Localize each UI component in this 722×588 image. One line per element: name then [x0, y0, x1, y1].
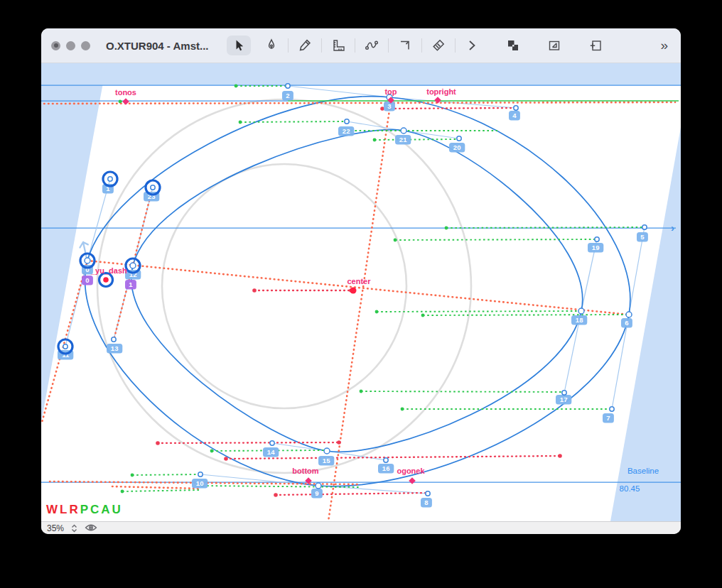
node-9[interactable] [316, 483, 321, 489]
node-badge-18-label: 18 [576, 316, 583, 324]
corner-ruler-icon [331, 38, 345, 53]
move-tool-button[interactable] [227, 36, 251, 55]
zoom-stepper[interactable] [71, 524, 77, 533]
node-7[interactable] [610, 407, 614, 411]
glyph-edit-canvas[interactable]: ›Baseline80.4501234567891011121314151617… [41, 63, 681, 521]
pen-nib-icon [264, 38, 279, 53]
glyph-canvas-svg[interactable]: ›Baseline80.4501234567891011121314151617… [41, 63, 681, 521]
measure-line-green-25 [122, 490, 201, 491]
anchor-label-ogonek: ogonek [397, 467, 425, 475]
background-outline-1 [162, 164, 406, 408]
contour-inner-path[interactable] [131, 130, 583, 452]
node-21[interactable] [401, 128, 406, 134]
node-20[interactable] [457, 136, 461, 141]
measure-line-green-19 [423, 315, 627, 315]
panel-preview-button[interactable] [542, 36, 566, 55]
corner-tool-button[interactable] [393, 36, 417, 55]
panel-tab-button[interactable] [583, 36, 608, 55]
anchor-label-_yu_dash: _yu_dash [90, 266, 127, 275]
node-2[interactable] [286, 84, 290, 88]
node-14[interactable] [270, 441, 274, 445]
contour-index-badge-1-label: 1 [129, 281, 133, 288]
node-badge-19-label: 19 [592, 244, 600, 251]
node-8[interactable] [426, 491, 430, 496]
app-window: O.XTUR904 - Amst... [41, 28, 681, 534]
node-18[interactable] [578, 308, 584, 314]
node-16[interactable] [384, 458, 388, 462]
anchor-tonos[interactable]: tonos [115, 88, 136, 105]
anchor-label-top: top [384, 87, 397, 96]
measure-dot [239, 121, 242, 124]
shapes-tool-button[interactable] [501, 36, 525, 55]
node-badge-21-label: 21 [399, 136, 407, 143]
anchor-label-center: center [347, 277, 371, 285]
measure-line-green-17 [395, 239, 596, 240]
node-10[interactable] [198, 472, 203, 477]
cursor-icon [232, 38, 246, 53]
knife-tool-button[interactable] [293, 36, 317, 55]
node-badge-5-label: 5 [640, 233, 645, 241]
status-bar: 35% [41, 521, 681, 534]
node-15[interactable] [324, 448, 330, 454]
toolbar-divider [388, 38, 389, 53]
measure-line-green-22 [132, 474, 199, 475]
zoom-level-value[interactable]: 35% [47, 523, 64, 533]
title-bar: O.XTUR904 - Amst... [41, 28, 681, 63]
node-badge-3-label: 3 [387, 102, 391, 110]
measure-dot [119, 100, 122, 104]
node-0[interactable] [85, 258, 90, 263]
node-22[interactable] [345, 119, 349, 124]
node-badge-15-label: 15 [323, 457, 330, 464]
contour-outer-path[interactable] [85, 97, 630, 486]
preview-eye-button[interactable] [85, 522, 97, 534]
handle-line-1 [288, 86, 389, 97]
measure-line-green-20 [361, 391, 563, 392]
margin-band-right [610, 127, 681, 521]
node-19[interactable] [595, 237, 599, 241]
toolbar-divider [455, 38, 456, 53]
background-outline-0 [97, 99, 471, 473]
measure-line-crimson-9 [158, 442, 339, 443]
node-badge-6-label: 6 [625, 319, 628, 327]
pen-tool-button[interactable] [259, 36, 284, 55]
node-badge-8-label: 8 [424, 499, 428, 506]
node-12[interactable] [130, 263, 136, 268]
knife-icon [298, 38, 312, 53]
measure-dot [121, 490, 124, 494]
measure-dot [373, 138, 377, 142]
anchor-dot-icon [103, 277, 109, 283]
anchor-bottom[interactable]: bottom [292, 467, 318, 484]
traffic-lights [51, 41, 90, 50]
node-badge-20-label: 20 [453, 143, 461, 151]
node-1[interactable] [108, 177, 112, 181]
next-tool-button[interactable] [460, 36, 484, 55]
zoom-button[interactable] [81, 41, 90, 50]
node-6[interactable] [626, 312, 632, 317]
measure-dot [337, 440, 341, 445]
measure-line-crimson-7 [382, 108, 516, 109]
anchor-center[interactable]: center [347, 277, 371, 294]
node-badge-9-label: 9 [315, 489, 318, 497]
node-23[interactable] [151, 185, 155, 190]
curve-tool-button[interactable] [360, 36, 384, 55]
ruler-tool-button[interactable] [326, 36, 350, 55]
eraser-tool-button[interactable] [426, 36, 451, 55]
toolbar-divider [321, 38, 322, 53]
node-badge-10-label: 10 [196, 479, 204, 487]
node-11[interactable] [63, 344, 68, 349]
node-badge-16-label: 16 [382, 464, 390, 472]
node-17[interactable] [562, 391, 566, 395]
minimize-button[interactable] [66, 41, 75, 50]
stepper-chevrons-icon [71, 524, 77, 533]
node-5[interactable] [642, 225, 647, 229]
toolbar-overflow-button[interactable]: » [660, 38, 671, 53]
anchor-label-tonos: tonos [115, 88, 136, 97]
close-button[interactable] [51, 41, 60, 50]
node-4[interactable] [514, 106, 518, 110]
chevron-right-icon [465, 38, 479, 53]
margin-band-left [41, 63, 107, 423]
anchor-_yu_dash[interactable]: _yu_dash [90, 266, 127, 287]
baseline-label: Baseline [627, 467, 659, 475]
node-13[interactable] [112, 337, 116, 342]
anchor-dot-icon [350, 288, 357, 294]
